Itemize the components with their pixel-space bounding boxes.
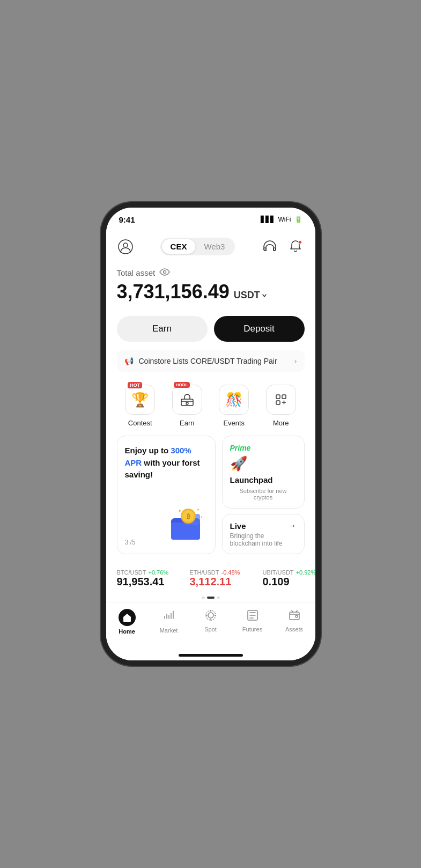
announcement-banner[interactable]: 📢 Coinstore Lists CORE/USDT Trading Pair…	[117, 350, 305, 372]
contest-icon: 🏆	[131, 392, 149, 408]
ubit-pair: UBIT/USDT	[263, 569, 294, 576]
btc-change: +0.76%	[149, 569, 169, 576]
svg-rect-11	[171, 523, 200, 540]
home-icon	[119, 609, 136, 626]
launchpad-banner[interactable]: Prime 🚀 Launchpad Subscribe for new cryp…	[222, 436, 305, 509]
ticker-ubit[interactable]: UBIT/USDT +0.92% 0.109	[263, 569, 315, 588]
nav-assets-label: Assets	[285, 626, 303, 632]
quick-item-more[interactable]: More	[262, 385, 300, 427]
ticker-dots	[106, 597, 315, 602]
svg-rect-2	[264, 248, 266, 251]
eth-change: -0.48%	[221, 569, 240, 576]
nav-spot[interactable]: Spot	[190, 607, 232, 637]
rocket-icon: 🚀	[230, 455, 247, 472]
more-icon	[274, 392, 289, 407]
futures-icon	[246, 609, 259, 624]
ubit-price: 0.109	[263, 576, 315, 588]
earn-button[interactable]: Earn	[117, 316, 208, 342]
banner-row: Enjoy up to 300% APR with your forst sav…	[117, 436, 305, 554]
assets-icon	[288, 609, 301, 624]
action-buttons: Earn Deposit	[106, 307, 315, 350]
svg-text:✦: ✦	[196, 507, 200, 512]
spot-icon	[204, 609, 217, 624]
svg-point-6	[186, 402, 188, 404]
live-title: Live	[230, 521, 246, 531]
bottom-nav: Home Market Spot	[106, 602, 315, 650]
quick-item-events[interactable]: 🎊 Events	[215, 385, 253, 427]
svg-point-4	[164, 271, 166, 274]
asset-value: 3,731,156.49	[117, 281, 230, 303]
arrow-right-icon: →	[288, 521, 297, 531]
page-indicator: 3 /5	[125, 539, 136, 546]
svg-rect-9	[276, 401, 280, 404]
asset-currency[interactable]: USDT	[234, 290, 267, 301]
earn-label: Earn	[180, 419, 194, 427]
total-asset-section: Total asset 3,731,156.49 USDT	[106, 260, 315, 307]
hodl-badge: HODL	[174, 382, 190, 388]
deposit-button[interactable]: Deposit	[214, 316, 305, 342]
svg-text:₿: ₿	[186, 513, 190, 520]
more-label: More	[273, 419, 289, 427]
status-icons: ▋▋▋ WiFi 🔋	[261, 216, 302, 223]
home-indicator	[106, 650, 315, 660]
launchpad-subtitle: Subscribe for new cryptos	[230, 488, 297, 501]
svg-text:✦: ✦	[178, 508, 182, 514]
eye-icon[interactable]	[159, 268, 170, 277]
btc-pair: BTC/USDT	[117, 569, 146, 576]
events-icon: 🎊	[225, 392, 242, 408]
quick-item-earn[interactable]: HODL Earn	[168, 385, 206, 427]
live-subtitle: Bringing the blockchain into life	[230, 532, 297, 547]
svg-point-1	[123, 243, 128, 247]
earn-icon	[179, 392, 195, 408]
total-asset-amount: 3,731,156.49 USDT	[117, 281, 305, 303]
total-asset-label: Total asset	[117, 268, 305, 277]
quick-menu: 🏆 HOT Contest HODL Earn	[106, 380, 315, 436]
chevron-right-icon: ›	[294, 357, 297, 365]
header: CEX Web3	[106, 231, 315, 260]
market-icon	[163, 609, 175, 625]
eth-pair: ETH/USDT	[190, 569, 219, 576]
nav-spot-label: Spot	[204, 626, 217, 632]
apr-highlight: 300% APR	[125, 446, 191, 467]
header-icons	[261, 238, 304, 255]
ticker-eth[interactable]: ETH/USDT -0.48% 3,112.11	[190, 569, 254, 588]
svg-text:✦: ✦	[200, 516, 203, 519]
tab-cex[interactable]: CEX	[162, 239, 196, 254]
right-banners: Prime 🚀 Launchpad Subscribe for new cryp…	[222, 436, 305, 554]
home-bar	[179, 654, 243, 657]
events-label: Events	[223, 419, 245, 427]
announcement-text: Coinstore Lists CORE/USDT Trading Pair	[139, 357, 277, 365]
prime-label: Prime	[230, 444, 251, 452]
announcement-icon: 📢	[124, 357, 134, 365]
ticker-btc[interactable]: BTC/USDT +0.76% 91,953.41	[117, 569, 181, 588]
tab-web3[interactable]: Web3	[195, 239, 233, 254]
contest-label: Contest	[128, 419, 152, 427]
nav-home[interactable]: Home	[106, 607, 148, 637]
svg-rect-7	[276, 395, 280, 399]
launchpad-title: Launchpad	[230, 475, 273, 484]
profile-button[interactable]	[117, 238, 134, 255]
notification-button[interactable]	[287, 238, 304, 255]
nav-market[interactable]: Market	[148, 607, 190, 637]
nav-futures-label: Futures	[242, 626, 262, 632]
quick-item-contest[interactable]: 🏆 HOT Contest	[121, 385, 159, 427]
svg-rect-3	[274, 248, 276, 251]
wallet-illustration: ₿ ✦ ✦ ✦	[167, 503, 210, 548]
earn-banner-text: Enjoy up to 300% APR with your forst sav…	[125, 445, 208, 481]
nav-home-label: Home	[119, 628, 135, 635]
app-content: CEX Web3	[106, 231, 315, 602]
status-time: 9:41	[119, 215, 135, 224]
nav-assets[interactable]: Assets	[274, 607, 315, 637]
support-button[interactable]	[261, 238, 278, 255]
earn-banner[interactable]: Enjoy up to 300% APR with your forst sav…	[117, 436, 216, 554]
nav-futures[interactable]: Futures	[232, 607, 274, 637]
tab-group: CEX Web3	[160, 238, 235, 255]
ticker-row: BTC/USDT +0.76% 91,953.41 ETH/USDT -0.48…	[106, 563, 315, 597]
btc-price: 91,953.41	[117, 576, 181, 588]
nav-market-label: Market	[160, 627, 178, 634]
svg-point-19	[208, 613, 213, 618]
status-bar: 9:41 ▋▋▋ WiFi 🔋	[106, 208, 315, 231]
live-banner[interactable]: Live → Bringing the blockchain into life	[222, 514, 305, 554]
eth-price: 3,112.11	[190, 576, 254, 588]
svg-rect-8	[282, 395, 286, 399]
